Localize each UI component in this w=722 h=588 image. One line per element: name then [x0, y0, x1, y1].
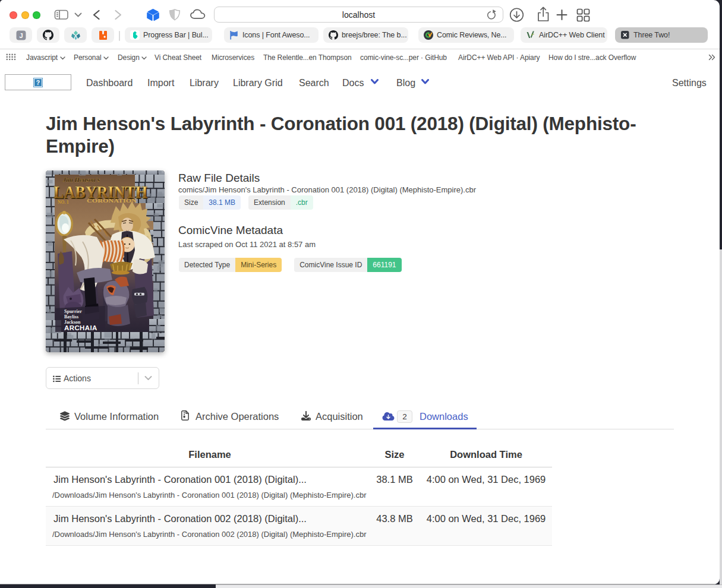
svg-text:J: J	[19, 31, 23, 39]
svg-text:Spurrier: Spurrier	[64, 309, 82, 314]
svg-text:NO. 1: NO. 1	[58, 200, 69, 205]
svg-text:ARCHAIA: ARCHAIA	[64, 324, 97, 331]
svg-text:CORONATION: CORONATION	[87, 198, 137, 204]
svg-text:?: ?	[36, 79, 40, 86]
svg-text:Bayliss: Bayliss	[64, 314, 78, 320]
